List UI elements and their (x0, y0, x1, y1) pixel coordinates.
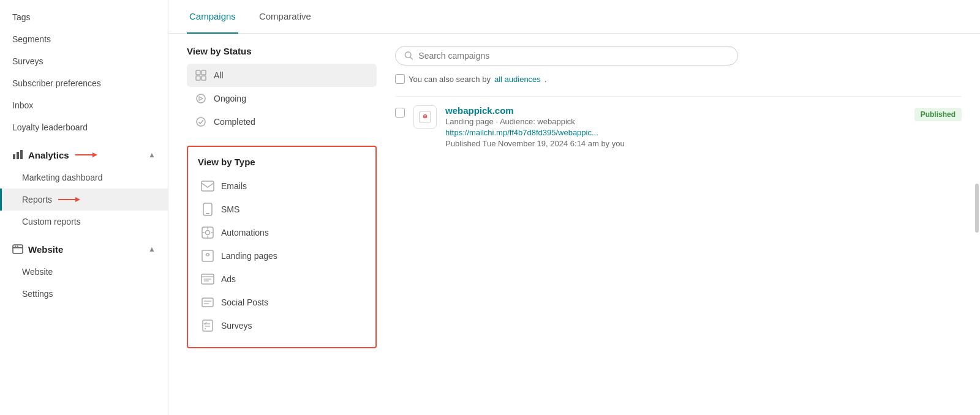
sidebar-item-inbox[interactable]: Inbox (0, 94, 168, 116)
campaign-title-link[interactable]: webappick.com (445, 105, 514, 116)
svg-line-37 (410, 57, 412, 59)
left-panel: View by Status All (187, 46, 377, 348)
sidebar-item-label: Custom reports (22, 217, 81, 226)
campaign-checkbox[interactable] (395, 108, 405, 118)
svg-marker-6 (75, 197, 80, 202)
status-completed-label: Completed (214, 117, 255, 127)
type-automations-label: Automations (221, 228, 269, 237)
status-ongoing-label: Ongoing (214, 94, 246, 103)
svg-point-15 (197, 94, 205, 103)
sidebar-item-label: Subscriber preferences (12, 78, 101, 88)
tab-campaigns[interactable]: Campaigns (187, 0, 238, 34)
type-automations[interactable]: Automations (198, 221, 366, 244)
sidebar-item-website[interactable]: Website (0, 261, 168, 283)
landing-pages-icon (200, 249, 215, 263)
svg-rect-8 (13, 247, 23, 249)
sidebar-section-analytics[interactable]: Analytics ▲ (0, 143, 168, 166)
svg-point-27 (206, 253, 209, 256)
sidebar-item-loyalty-leaderboard[interactable]: Loyalty leaderboard (0, 116, 168, 138)
sidebar-item-label: Analytics (28, 150, 69, 160)
website-collapse-icon: ▲ (148, 245, 156, 253)
type-surveys[interactable]: Surveys (198, 314, 366, 337)
sidebar-item-segments[interactable]: Segments (0, 28, 168, 50)
sidebar-section-website[interactable]: Website ▲ (0, 237, 168, 261)
svg-marker-4 (92, 152, 97, 157)
tabs-bar: Campaigns Comparative (168, 0, 980, 34)
sidebar: Tags Segments Surveys Subscriber prefere… (0, 0, 168, 415)
surveys-type-icon (200, 318, 215, 333)
campaign-url-link[interactable]: https://mailchi.mp/ff4b7d8fd395/webappic… (445, 128, 906, 137)
website-icon (12, 244, 23, 255)
sidebar-item-custom-reports[interactable]: Custom reports (0, 211, 168, 233)
type-social-posts-label: Social Posts (221, 297, 268, 307)
svg-point-21 (206, 231, 210, 235)
svg-rect-19 (206, 213, 209, 214)
view-by-status-title: View by Status (187, 46, 377, 56)
sidebar-item-subscriber-preferences[interactable]: Subscriber preferences (0, 72, 168, 94)
sidebar-item-marketing-dashboard[interactable]: Marketing dashboard (0, 166, 168, 189)
sidebar-item-label: Tags (12, 12, 31, 22)
all-audiences-checkbox[interactable] (395, 74, 405, 84)
svg-rect-11 (196, 70, 200, 75)
tab-comparative[interactable]: Comparative (257, 0, 314, 34)
content-area: View by Status All (168, 34, 980, 361)
all-icon (194, 69, 208, 82)
sidebar-item-label: Loyalty leaderboard (12, 122, 88, 132)
type-ads-label: Ads (221, 274, 236, 284)
svg-rect-0 (13, 154, 15, 159)
type-emails-label: Emails (221, 181, 247, 191)
status-completed[interactable]: Completed (187, 110, 377, 133)
ads-icon (200, 272, 215, 286)
view-by-type-title: View by Type (198, 157, 366, 167)
type-sms[interactable]: SMS (198, 198, 366, 221)
type-ads[interactable]: Ads (198, 267, 366, 291)
sidebar-item-settings[interactable]: Settings (0, 283, 168, 305)
also-search-text: You can also search by (409, 75, 491, 84)
sidebar-item-label: Settings (22, 289, 53, 299)
sidebar-item-label: Surveys (12, 56, 43, 66)
sidebar-item-label: Website (22, 267, 53, 277)
search-input[interactable] (418, 51, 729, 61)
type-social-posts[interactable]: Social Posts (198, 291, 366, 314)
search-icon (404, 51, 413, 61)
status-ongoing[interactable]: Ongoing (187, 87, 377, 110)
svg-rect-1 (17, 152, 19, 159)
type-landing-pages-label: Landing pages (221, 251, 277, 261)
campaign-meta: Published Tue November 19, 2024 6:14 am … (445, 139, 906, 148)
sidebar-item-label: Website (28, 244, 63, 255)
svg-point-16 (197, 118, 205, 126)
view-by-type-box: View by Type Emails (187, 146, 377, 348)
svg-rect-2 (20, 150, 23, 159)
search-bar[interactable] (395, 46, 738, 65)
campaign-details: webappick.com Landing page · Audience: w… (445, 105, 906, 148)
sidebar-item-label: Marketing dashboard (22, 173, 103, 182)
email-icon (200, 179, 215, 193)
svg-rect-13 (196, 76, 200, 80)
ongoing-icon (194, 92, 208, 105)
completed-icon (194, 115, 208, 129)
status-all-label: All (214, 70, 224, 80)
bar-chart-icon (12, 149, 23, 160)
sidebar-item-reports[interactable]: Reports (0, 189, 168, 211)
right-panel: You can also search by all audiences. we… (395, 46, 962, 348)
social-posts-icon (200, 295, 215, 310)
status-badge: Published (914, 108, 962, 121)
type-surveys-label: Surveys (221, 321, 252, 331)
red-arrow-icon (75, 152, 97, 158)
sms-icon (200, 202, 215, 217)
type-emails[interactable]: Emails (198, 174, 366, 198)
sidebar-item-surveys[interactable]: Surveys (0, 50, 168, 72)
also-search-row: You can also search by all audiences. (395, 74, 962, 84)
sidebar-item-tags[interactable]: Tags (0, 6, 168, 28)
campaign-icon-wrap (413, 105, 437, 129)
type-landing-pages[interactable]: Landing pages (198, 244, 366, 267)
sidebar-item-label: Segments (12, 34, 51, 44)
svg-rect-35 (203, 320, 213, 331)
svg-rect-12 (202, 70, 206, 75)
type-sms-label: SMS (221, 204, 239, 214)
analytics-collapse-icon: ▲ (148, 151, 156, 159)
all-audiences-link[interactable]: all audiences (494, 75, 541, 84)
status-all[interactable]: All (187, 64, 377, 87)
svg-rect-14 (202, 76, 206, 80)
svg-rect-9 (15, 246, 16, 247)
